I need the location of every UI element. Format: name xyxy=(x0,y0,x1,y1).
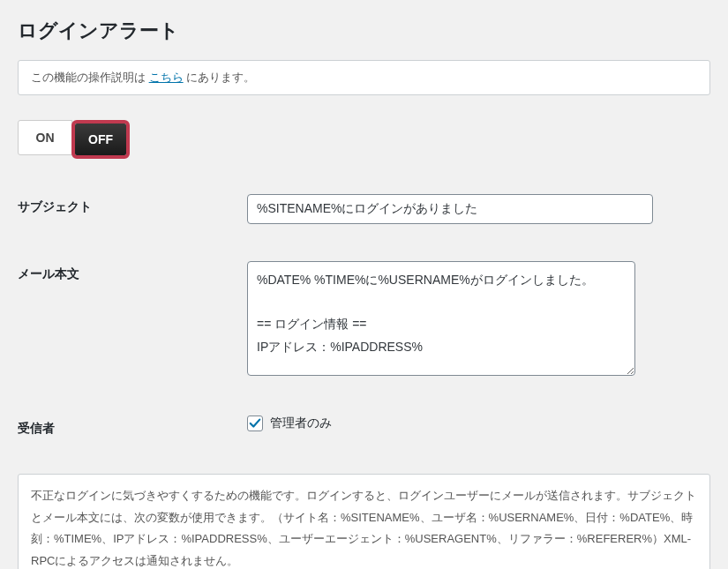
subject-label: サブジェクト xyxy=(18,194,247,215)
toggle-off-button[interactable]: OFF xyxy=(75,124,126,155)
info-link[interactable]: こちら xyxy=(149,71,184,84)
check-icon xyxy=(249,417,261,430)
settings-form: サブジェクト メール本文 受信者 管理者のみ xyxy=(18,194,710,437)
subject-input[interactable] xyxy=(247,194,653,224)
subject-row: サブジェクト xyxy=(18,194,710,224)
recipient-label: 受信者 xyxy=(18,416,247,437)
info-prefix: この機能の操作説明は xyxy=(31,71,149,84)
body-textarea[interactable] xyxy=(247,261,635,376)
info-suffix: にあります。 xyxy=(184,71,256,84)
page-title: ログインアラート xyxy=(18,18,710,44)
admin-only-checkbox[interactable] xyxy=(247,416,263,431)
admin-only-label: 管理者のみ xyxy=(270,416,332,431)
body-label: メール本文 xyxy=(18,261,247,282)
toggle-off-highlight: OFF xyxy=(71,120,130,159)
toggle-group: ON OFF xyxy=(18,120,131,159)
description-box: 不正なログインに気づきやすくするための機能です。ログインすると、ログインユーザー… xyxy=(18,474,710,569)
recipient-row: 受信者 管理者のみ xyxy=(18,416,710,437)
info-box: この機能の操作説明は こちら にあります。 xyxy=(18,60,710,95)
toggle-on-button[interactable]: ON xyxy=(18,120,72,155)
body-row: メール本文 xyxy=(18,261,710,378)
